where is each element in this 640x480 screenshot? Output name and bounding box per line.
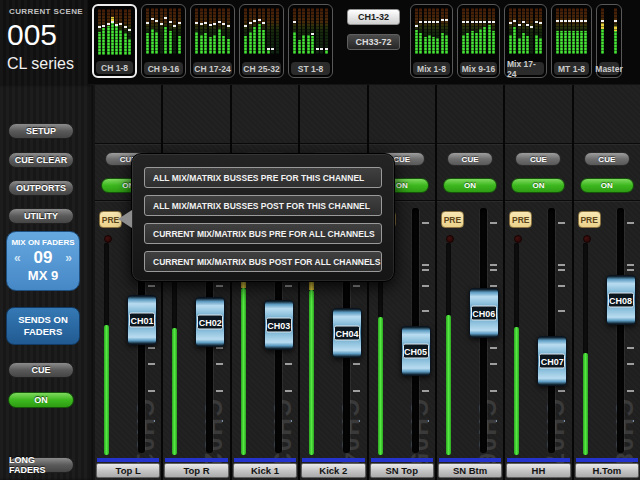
- fader-cap[interactable]: CH04: [332, 308, 362, 358]
- meter-yellow-segment: [614, 26, 617, 31]
- popup-item-current-mix-matrix-bus-post-fo[interactable]: CURRENT MIX/MATRIX BUS POST FOR ALL CHAN…: [144, 251, 382, 272]
- meter-fill: [195, 32, 198, 54]
- sends-on-faders-line2: FADERS: [24, 326, 63, 338]
- meter-peak-mark: [218, 21, 221, 23]
- channel-name-box[interactable]: Kick 2: [301, 463, 365, 478]
- on-button[interactable]: ON: [511, 178, 565, 193]
- channel-name-box[interactable]: HH: [506, 463, 570, 478]
- console-series-label: CL series: [7, 55, 74, 73]
- meter-block-ch-17-24[interactable]: CH 17-24: [190, 4, 235, 78]
- channel-name-box[interactable]: Kick 1: [233, 463, 297, 478]
- meter-bar: [155, 8, 158, 54]
- popup-item-all-mix-matrix-busses-pre-for-[interactable]: ALL MIX/MATRIX BUSSES PRE FOR THIS CHANN…: [144, 167, 382, 188]
- scene-panel: CURRENT SCENE 005 CL series: [0, 0, 88, 85]
- meter-fill: [98, 32, 101, 55]
- channel-color-bar: [439, 458, 501, 462]
- cue-button[interactable]: CUE: [584, 152, 630, 166]
- meter-fill: [249, 32, 252, 54]
- bank-button-ch1-32[interactable]: CH1-32: [347, 9, 400, 25]
- sends-on-faders-button[interactable]: SENDS ON FADERS: [6, 307, 80, 345]
- meter-bar: [568, 8, 571, 54]
- meter-fill: [151, 29, 154, 54]
- meter-bar: [462, 8, 465, 54]
- meter-area: [193, 7, 232, 60]
- meter-peak-mark: [415, 25, 418, 27]
- pre-badge[interactable]: PRE: [578, 211, 601, 228]
- meter-bar: [471, 8, 474, 54]
- pre-badge[interactable]: PRE: [509, 211, 532, 228]
- meter-peak-mark: [98, 26, 101, 28]
- channel-name-box[interactable]: Top R: [164, 463, 228, 478]
- sends-pre-post-popup: ALL MIX/MATRIX BUSSES PRE FOR THIS CHANN…: [131, 153, 395, 282]
- meter-block-ch-1-8[interactable]: CH 1-8: [92, 4, 137, 78]
- meter-block-mix-17-24[interactable]: Mix 17-24: [504, 4, 547, 78]
- meter-block-ch-25-32[interactable]: CH 25-32: [239, 4, 284, 78]
- meter-peak-mark: [601, 20, 604, 22]
- fader-cap[interactable]: CH08: [606, 275, 636, 325]
- meter-block-mix-9-16[interactable]: Mix 9-16: [457, 4, 500, 78]
- channel-name-box[interactable]: H.Tom: [575, 463, 639, 478]
- channel-strip-ch06: CUEONPRECH06CH06SN Btm: [437, 85, 503, 480]
- meter-peak-mark: [518, 24, 521, 26]
- meter-fill: [155, 32, 158, 54]
- on-button[interactable]: ON: [443, 178, 497, 193]
- setup-button[interactable]: SETUP: [8, 123, 74, 139]
- cue-button[interactable]: CUE: [515, 152, 561, 166]
- meter-fill: [311, 36, 314, 54]
- meter-block-ch-9-16[interactable]: CH 9-16: [141, 4, 186, 78]
- fader-track[interactable]: [548, 208, 555, 453]
- channel-name-box[interactable]: SN Btm: [438, 463, 502, 478]
- channel-strip-ch03: CUEONPRECH03CH03Kick 1: [232, 85, 298, 480]
- outports-button[interactable]: OUTPORTS: [8, 180, 74, 196]
- pre-badge[interactable]: PRE: [441, 211, 464, 228]
- meter-block-st-1-8[interactable]: ST 1-8: [288, 4, 333, 78]
- strip-divider: [300, 143, 366, 144]
- fader-cap[interactable]: CH05: [401, 326, 431, 376]
- meter-fill: [102, 28, 105, 55]
- next-mix-icon[interactable]: »: [65, 251, 72, 265]
- meter-peak-mark: [419, 21, 422, 23]
- scene-number: 005: [7, 18, 57, 52]
- meter-block-mix-1-8[interactable]: Mix 1-8: [410, 4, 453, 78]
- popup-item-all-mix-matrix-busses-post-for[interactable]: ALL MIX/MATRIX BUSSES POST FOR THIS CHAN…: [144, 195, 382, 216]
- cue-button[interactable]: CUE: [447, 152, 493, 166]
- fader-tick: [353, 363, 360, 365]
- long-faders-button[interactable]: LONG FADERS: [8, 457, 74, 473]
- meter-fill: [253, 27, 256, 54]
- bank-button-ch33-72[interactable]: CH33-72: [347, 34, 400, 50]
- meter-fill: [213, 35, 216, 54]
- meter-bar: [267, 8, 270, 54]
- meter-fill: [601, 29, 604, 54]
- meter-fill: [222, 36, 225, 54]
- popup-item-current-mix-matrix-bus-pre-for[interactable]: CURRENT MIX/MATRIX BUS PRE FOR ALL CHANN…: [144, 223, 382, 244]
- channel-name-box[interactable]: SN Top: [370, 463, 434, 478]
- meter-peak-led: [104, 235, 112, 243]
- fader-cap[interactable]: CH06: [469, 288, 499, 338]
- mix-on-faders-panel[interactable]: MIX ON FADERS « 09 » MX 9: [6, 231, 80, 291]
- strip-divider: [437, 143, 503, 144]
- prev-mix-icon[interactable]: «: [14, 251, 21, 265]
- utility-button[interactable]: UTILITY: [8, 208, 74, 224]
- fader-track[interactable]: [617, 208, 624, 453]
- meter-bar: [302, 8, 305, 54]
- master-on-button[interactable]: ON: [8, 392, 74, 408]
- meter-block-label: CH 9-16: [144, 62, 183, 75]
- meter-bar: [539, 8, 542, 54]
- fader-cap[interactable]: CH07: [537, 336, 567, 386]
- fader-tick: [490, 363, 497, 365]
- meter-yellow-segment: [601, 23, 604, 29]
- meter-block-label: Mix 17-24: [507, 62, 544, 75]
- fader-cap[interactable]: CH02: [195, 297, 225, 347]
- meter-block-master[interactable]: Master: [596, 4, 622, 78]
- meter-block-mt-1-8[interactable]: MT 1-8: [551, 4, 592, 78]
- meter-bar: [560, 8, 563, 54]
- cue-clear-button[interactable]: CUE CLEAR: [8, 152, 74, 168]
- master-cue-button[interactable]: CUE: [8, 362, 74, 378]
- fader-cap[interactable]: CH01: [127, 295, 157, 345]
- channel-meter-fill: [378, 317, 383, 455]
- on-button[interactable]: ON: [580, 178, 634, 193]
- fader-tick: [558, 390, 565, 392]
- fader-cap[interactable]: CH03: [264, 300, 294, 350]
- channel-name-box[interactable]: Top L: [96, 463, 160, 478]
- meter-peak-mark: [316, 48, 319, 50]
